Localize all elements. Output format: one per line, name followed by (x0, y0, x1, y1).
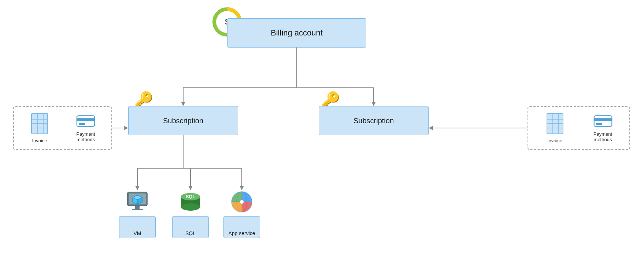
subscription-right-node: Subscription (319, 106, 429, 135)
svg-marker-11 (188, 186, 193, 190)
vm-box: VM (119, 216, 156, 238)
svg-marker-13 (240, 186, 244, 190)
subscription-right-label: Subscription (354, 117, 394, 125)
subscription-left-box: Subscription (128, 106, 238, 135)
svg-marker-17 (429, 126, 433, 130)
vm-node: VM (115, 190, 159, 238)
billing-account-box: Billing account (227, 18, 366, 48)
svg-rect-45 (132, 209, 143, 210)
dashed-box-left: Invoice Payment methods (13, 106, 112, 150)
sql-icon: SQL (178, 190, 203, 214)
payment-left-icon (76, 114, 95, 129)
vm-icon (125, 190, 150, 214)
vm-label: VM (134, 230, 141, 236)
payment-left-label: Payment methods (76, 131, 95, 142)
sql-box: SQL (172, 216, 209, 238)
subscription-left-label: Subscription (163, 117, 203, 125)
svg-rect-28 (77, 118, 95, 121)
svg-marker-3 (181, 102, 185, 106)
app-service-node: App service (220, 190, 264, 238)
sql-label: SQL (185, 230, 196, 236)
invoice-left-icon (30, 113, 49, 136)
svg-point-55 (240, 200, 244, 204)
app-service-icon (229, 190, 255, 214)
billing-account-node: Billing account (227, 18, 366, 48)
svg-marker-5 (371, 102, 376, 106)
invoice-right-item: Invoice (545, 113, 565, 143)
invoice-left-item: Invoice (30, 113, 49, 143)
payment-left-item: Payment methods (76, 114, 95, 142)
invoice-right-label: Invoice (547, 138, 562, 143)
svg-marker-9 (135, 186, 140, 190)
svg-rect-37 (594, 118, 612, 121)
svg-marker-15 (124, 126, 128, 130)
svg-rect-29 (79, 123, 85, 125)
payment-right-icon (593, 114, 612, 129)
subscription-right-box: Subscription (319, 106, 429, 135)
svg-rect-38 (596, 123, 602, 125)
app-service-label: App service (228, 230, 255, 236)
subscription-left-node: Subscription (128, 106, 238, 135)
sql-node: SQL SQL (169, 190, 212, 238)
payment-right-item: Payment methods (593, 114, 612, 142)
dashed-box-right: Invoice Payment methods (528, 106, 630, 150)
svg-rect-44 (135, 206, 140, 209)
svg-text:SQL: SQL (186, 194, 196, 199)
diagram: $ Billing account 🔑 Subscription 🔑 Subsc… (0, 0, 644, 271)
app-service-box: App service (223, 216, 260, 238)
svg-point-48 (181, 203, 200, 211)
invoice-right-icon (545, 113, 565, 136)
billing-account-label: Billing account (271, 28, 323, 38)
invoice-left-label: Invoice (32, 138, 47, 143)
payment-right-label: Payment methods (593, 131, 612, 142)
